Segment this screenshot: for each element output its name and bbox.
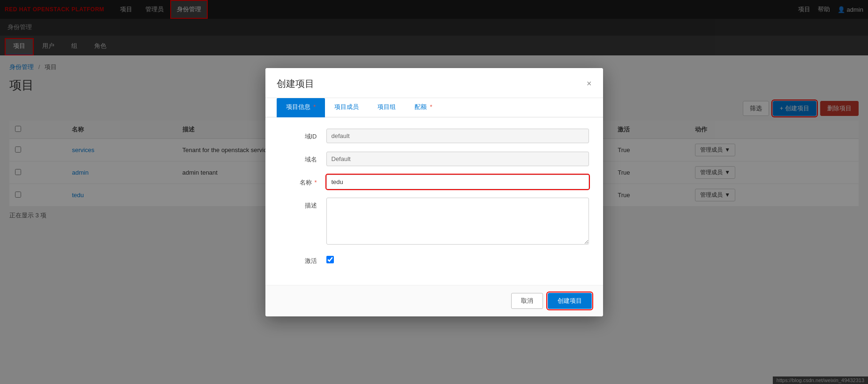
domain-name-label: 域名 bbox=[279, 152, 317, 164]
active-label: 激活 bbox=[279, 253, 317, 265]
modal-tab-quota[interactable]: 配额 * bbox=[405, 98, 442, 117]
modal-title: 创建项目 bbox=[277, 77, 314, 90]
create-project-modal: 创建项目 × 项目信息 * 项目成员 项目组 配额 * 域ID bbox=[265, 68, 603, 316]
form-row-name: 名称 * bbox=[279, 175, 589, 189]
modal-tab-members[interactable]: 项目成员 bbox=[325, 98, 368, 117]
cancel-button[interactable]: 取消 bbox=[511, 293, 543, 309]
modal-tabs: 项目信息 * 项目成员 项目组 配额 * bbox=[265, 98, 603, 117]
modal-body: 域ID 域名 名称 * 描述 激活 bbox=[265, 117, 603, 285]
modal-tab-group[interactable]: 项目组 bbox=[368, 98, 405, 117]
domain-id-label: 域ID bbox=[279, 129, 317, 141]
modal-footer: 取消 创建项目 bbox=[265, 285, 603, 316]
domain-id-input[interactable] bbox=[326, 129, 589, 143]
modal-overlay[interactable]: 创建项目 × 项目信息 * 项目成员 项目组 配额 * 域ID bbox=[0, 0, 868, 384]
form-row-description: 描述 bbox=[279, 198, 589, 245]
tab-required-star: * bbox=[313, 103, 316, 110]
name-required-star: * bbox=[314, 179, 317, 186]
name-label: 名称 * bbox=[279, 175, 317, 187]
domain-name-input[interactable] bbox=[326, 152, 589, 166]
modal-close-button[interactable]: × bbox=[587, 79, 592, 88]
quota-required-star: * bbox=[430, 103, 432, 110]
modal-header: 创建项目 × bbox=[265, 68, 603, 98]
description-textarea[interactable] bbox=[326, 198, 589, 245]
create-button[interactable]: 创建项目 bbox=[548, 293, 592, 309]
description-label: 描述 bbox=[279, 198, 317, 210]
form-row-active: 激活 bbox=[279, 253, 589, 265]
project-name-input[interactable] bbox=[326, 175, 589, 189]
form-row-domain-id: 域ID bbox=[279, 129, 589, 143]
form-row-domain-name: 域名 bbox=[279, 152, 589, 166]
modal-tab-info[interactable]: 项目信息 * bbox=[277, 98, 325, 117]
active-checkbox[interactable] bbox=[326, 256, 334, 263]
active-checkbox-wrap bbox=[326, 253, 334, 263]
